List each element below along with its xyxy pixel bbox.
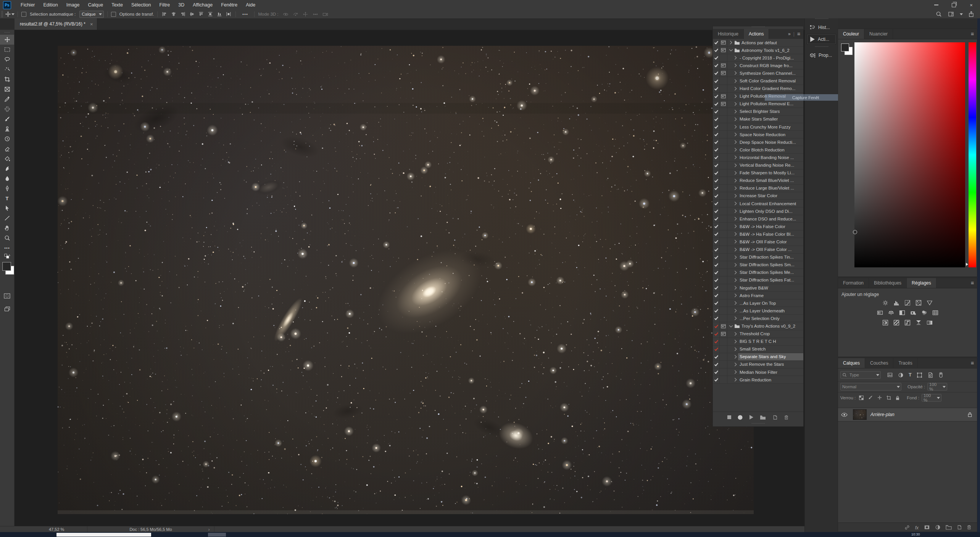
delete-icon[interactable] xyxy=(967,525,972,530)
action-toggle-check[interactable] xyxy=(713,54,720,61)
action-dialog-toggle[interactable] xyxy=(720,230,727,238)
layers-tab-trac-s[interactable]: Tracés xyxy=(893,358,917,368)
options-bar-grip[interactable] xyxy=(1,11,3,17)
action-dialog-toggle[interactable] xyxy=(720,54,727,61)
action-row[interactable]: Threshold Crop xyxy=(713,330,803,338)
layers-tab-couches[interactable]: Couches xyxy=(865,358,893,368)
action-dialog-toggle[interactable] xyxy=(720,322,727,330)
black-white-icon[interactable] xyxy=(898,309,906,316)
levels-icon[interactable] xyxy=(893,299,900,306)
chevron-right-icon[interactable] xyxy=(733,171,738,175)
chevron-right-icon[interactable] xyxy=(733,370,738,374)
chevron-right-icon[interactable] xyxy=(733,278,738,282)
actions-tab-historique[interactable]: Historique xyxy=(713,29,744,39)
action-row[interactable]: Construct RGB Image fro... xyxy=(713,62,803,69)
threshold-icon[interactable] xyxy=(904,319,911,326)
clone-stamp-tool[interactable] xyxy=(0,124,14,134)
panel-menu-icon[interactable]: ≡ xyxy=(971,280,974,286)
foreground-swatch[interactable] xyxy=(2,262,11,271)
action-dialog-toggle[interactable] xyxy=(720,169,727,177)
align-middle-icon[interactable] xyxy=(189,11,195,17)
action-row[interactable]: Star Diffraction Spikes Me... xyxy=(713,269,803,277)
chevron-right-icon[interactable] xyxy=(733,186,738,190)
action-row[interactable]: Grain Reduction xyxy=(713,376,803,384)
action-dialog-toggle[interactable] xyxy=(720,246,727,253)
history-brush-tool[interactable] xyxy=(0,134,14,144)
chevron-right-icon[interactable] xyxy=(733,79,738,83)
tab-close-icon[interactable]: × xyxy=(90,21,93,27)
action-dialog-toggle[interactable] xyxy=(720,269,727,276)
chevron-right-icon[interactable] xyxy=(733,355,738,359)
line-tool[interactable] xyxy=(0,213,14,223)
color-field-cursor[interactable] xyxy=(853,230,857,234)
action-toggle-check[interactable] xyxy=(713,177,720,184)
selective-color-icon[interactable] xyxy=(915,319,922,326)
quick-selection-tool[interactable] xyxy=(0,64,14,74)
type-filter-icon[interactable]: T xyxy=(909,372,912,378)
action-toggle-check[interactable] xyxy=(713,200,720,207)
group-icon[interactable] xyxy=(946,525,952,530)
lock-pixels-icon[interactable] xyxy=(868,395,873,400)
actions-resize-grip[interactable] xyxy=(713,423,803,426)
action-row[interactable]: Color Blotch Reduction xyxy=(713,146,803,154)
action-dialog-toggle[interactable] xyxy=(720,69,727,77)
action-dialog-toggle[interactable] xyxy=(720,292,727,299)
edit-toolbar-tool[interactable]: ••• xyxy=(0,243,14,253)
action-row[interactable]: B&W -> Ha False Color Bl... xyxy=(713,230,803,238)
panel-color-swatches[interactable] xyxy=(841,43,854,57)
layer-thumbnail[interactable] xyxy=(853,409,867,420)
action-toggle-check[interactable] xyxy=(713,269,720,276)
crop-tool[interactable] xyxy=(0,74,14,84)
action-dialog-toggle[interactable] xyxy=(720,338,727,345)
action-dialog-toggle[interactable] xyxy=(720,353,727,360)
action-set-row[interactable]: Astronomy Tools v1_6_2 xyxy=(713,47,803,54)
chevron-down-icon[interactable] xyxy=(728,325,733,328)
chevron-right-icon[interactable] xyxy=(733,117,738,121)
chevron-right-icon[interactable] xyxy=(733,71,738,75)
action-dialog-toggle[interactable] xyxy=(720,123,727,130)
chevron-right-icon[interactable] xyxy=(733,286,738,290)
pen-tool[interactable] xyxy=(0,183,14,193)
chevron-right-icon[interactable] xyxy=(733,102,738,106)
adjustments-tab-biblioth-ques[interactable]: Bibliothèques xyxy=(869,278,907,288)
chevron-right-icon[interactable] xyxy=(733,148,738,152)
pixel-filter-icon[interactable] xyxy=(887,372,893,378)
action-toggle-check[interactable] xyxy=(713,138,720,146)
blend-mode-dropdown[interactable]: Normal xyxy=(840,383,901,391)
new-layer-icon[interactable] xyxy=(957,525,962,530)
chevron-right-icon[interactable] xyxy=(733,178,738,183)
action-row[interactable]: Median Noise Filter xyxy=(713,368,803,376)
action-dialog-toggle[interactable] xyxy=(720,77,727,84)
align-bottom-icon[interactable] xyxy=(216,11,223,17)
chevron-right-icon[interactable] xyxy=(733,56,738,60)
lock-transparency-icon[interactable] xyxy=(859,395,864,400)
chevron-right-icon[interactable] xyxy=(733,332,738,336)
tool-preset-chevron-icon[interactable] xyxy=(11,13,14,15)
action-toggle-check[interactable] xyxy=(713,215,720,222)
action-row[interactable]: Synthesize Green Channel... xyxy=(713,69,803,77)
move-tool-icon[interactable] xyxy=(5,11,11,17)
quick-mask-icon[interactable] xyxy=(0,291,14,301)
action-row[interactable]: ...As Layer Underneath xyxy=(713,307,803,315)
layers-tab-calques[interactable]: Calques xyxy=(838,358,865,368)
panel-menu-icon[interactable]: ≡ xyxy=(797,31,800,37)
action-toggle-check[interactable] xyxy=(713,277,720,284)
action-dialog-toggle[interactable] xyxy=(720,177,727,184)
restore-button[interactable] xyxy=(945,0,962,10)
share-icon[interactable] xyxy=(968,11,975,17)
hue-slider[interactable] xyxy=(969,42,976,267)
action-toggle-check[interactable] xyxy=(713,307,720,314)
menu-s-lection[interactable]: Sélection xyxy=(127,0,155,10)
action-row[interactable]: ...Per Selection Only xyxy=(713,315,803,322)
chevron-right-icon[interactable] xyxy=(733,301,738,305)
chevron-right-icon[interactable] xyxy=(733,132,738,137)
action-dialog-toggle[interactable] xyxy=(720,215,727,222)
action-toggle-check[interactable] xyxy=(713,108,720,115)
menu-3d[interactable]: 3D xyxy=(174,0,189,10)
play-icon[interactable] xyxy=(749,415,753,420)
align-center-h-icon[interactable] xyxy=(170,11,177,17)
new-set-folder-icon[interactable] xyxy=(760,415,766,420)
action-dialog-toggle[interactable] xyxy=(720,207,727,215)
action-toggle-check[interactable] xyxy=(713,376,720,383)
hand-tool[interactable] xyxy=(0,223,14,233)
